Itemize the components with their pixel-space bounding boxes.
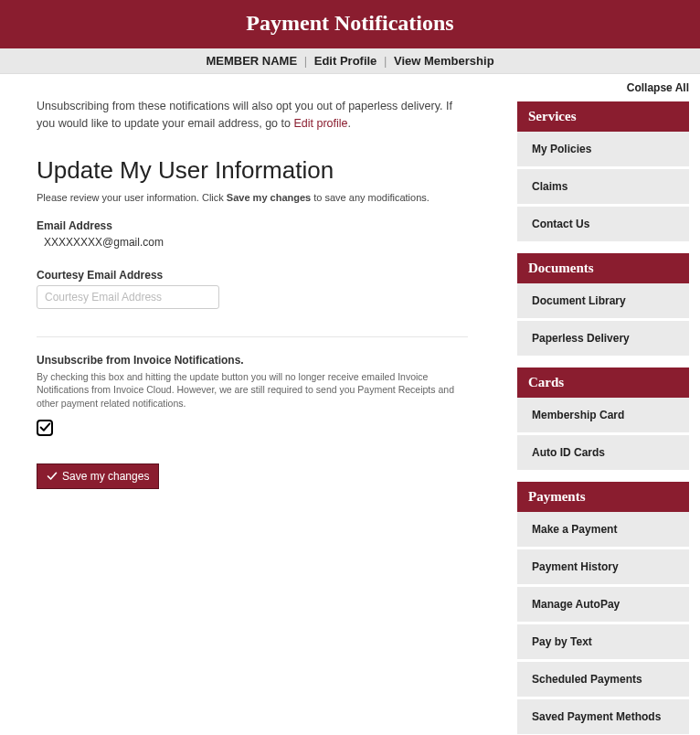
intro-part-b: . bbox=[347, 117, 350, 130]
courtesy-email-label: Courtesy Email Address bbox=[37, 269, 468, 282]
edit-profile-link[interactable]: Edit Profile bbox=[314, 54, 377, 68]
sidebar-item[interactable]: Contact Us bbox=[517, 207, 689, 244]
sidebar-item[interactable]: Paperless Delivery bbox=[517, 321, 689, 358]
sidebar-group: DocumentsDocument LibraryPaperless Deliv… bbox=[517, 253, 689, 358]
courtesy-email-input[interactable] bbox=[37, 285, 219, 309]
intro-part-a: Unsubscribing from these notifications w… bbox=[37, 100, 452, 130]
sidebar-item[interactable]: Scheduled Payments bbox=[517, 662, 689, 699]
sidebar-section-header[interactable]: Services bbox=[517, 101, 689, 132]
divider bbox=[37, 336, 468, 337]
email-label: Email Address bbox=[37, 219, 468, 232]
sidebar-section-header[interactable]: Documents bbox=[517, 253, 689, 283]
instruction-text: Please review your user information. Cli… bbox=[37, 192, 468, 203]
main-content: Unsubscribing from these notifications w… bbox=[0, 74, 493, 735]
member-name: MEMBER NAME bbox=[206, 54, 297, 68]
sidebar-group: CardsMembership CardAuto ID Cards bbox=[517, 368, 689, 473]
sidebar-group: PaymentsMake a PaymentPayment HistoryMan… bbox=[517, 482, 689, 735]
unsubscribe-title: Unsubscribe from Invoice Notifications. bbox=[37, 354, 468, 367]
save-button-label: Save my changes bbox=[62, 470, 149, 483]
instruction-bold: Save my changes bbox=[227, 192, 311, 203]
sidebar-item[interactable]: Auto ID Cards bbox=[517, 435, 689, 473]
view-membership-link[interactable]: View Membership bbox=[394, 54, 494, 68]
sidebar-item[interactable]: Make a Payment bbox=[517, 512, 689, 549]
check-icon bbox=[47, 471, 58, 482]
separator: | bbox=[304, 54, 307, 68]
separator: | bbox=[384, 54, 387, 68]
sidebar-item[interactable]: My Policies bbox=[517, 132, 689, 169]
subheader: MEMBER NAME | Edit Profile | View Member… bbox=[0, 48, 700, 74]
check-icon bbox=[39, 421, 51, 433]
sidebar: Collapse All ServicesMy PoliciesClaimsCo… bbox=[517, 74, 700, 735]
sidebar-item[interactable]: Membership Card bbox=[517, 398, 689, 435]
page-title: Payment Notifications bbox=[246, 11, 453, 35]
unsubscribe-description: By checking this box and hitting the upd… bbox=[37, 370, 468, 410]
sidebar-item[interactable]: Saved Payment Methods bbox=[517, 699, 689, 735]
sidebar-group: ServicesMy PoliciesClaimsContact Us bbox=[517, 101, 689, 244]
save-button[interactable]: Save my changes bbox=[37, 463, 159, 489]
sidebar-item[interactable]: Pay by Text bbox=[517, 624, 689, 662]
intro-edit-profile-link[interactable]: Edit profile bbox=[293, 117, 347, 130]
sidebar-item[interactable]: Document Library bbox=[517, 283, 689, 321]
intro-text: Unsubscribing from these notifications w… bbox=[37, 98, 468, 133]
email-value: XXXXXXXX@gmail.com bbox=[44, 236, 468, 249]
page-title-bar: Payment Notifications bbox=[0, 0, 700, 48]
collapse-all-link[interactable]: Collapse All bbox=[517, 81, 689, 94]
sidebar-section-header[interactable]: Payments bbox=[517, 482, 689, 512]
instruction-pre: Please review your user information. Cli… bbox=[37, 192, 227, 203]
sidebar-item[interactable]: Payment History bbox=[517, 549, 689, 587]
sidebar-item[interactable]: Manage AutoPay bbox=[517, 587, 689, 624]
sidebar-item[interactable]: Claims bbox=[517, 169, 689, 207]
unsubscribe-checkbox[interactable] bbox=[37, 420, 53, 436]
sidebar-section-header[interactable]: Cards bbox=[517, 368, 689, 398]
section-heading: Update My User Information bbox=[37, 156, 468, 185]
instruction-post: to save any modifications. bbox=[311, 192, 430, 203]
